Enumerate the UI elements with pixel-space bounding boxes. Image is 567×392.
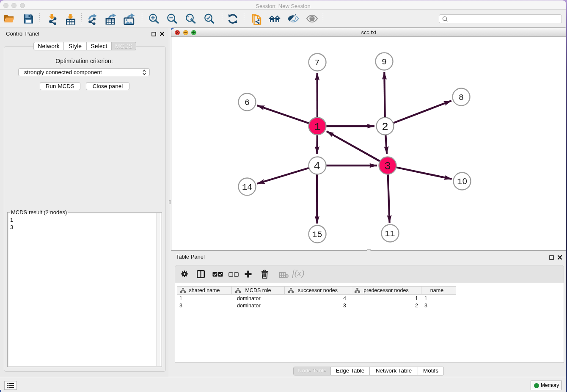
svg-text:10: 10 xyxy=(457,177,467,187)
svg-text:15: 15 xyxy=(312,230,322,240)
svg-text:9: 9 xyxy=(382,57,387,67)
svg-text:3: 3 xyxy=(384,160,391,173)
svg-text:14: 14 xyxy=(242,182,252,192)
svg-text:1: 1 xyxy=(314,121,321,133)
svg-text:7: 7 xyxy=(314,58,319,68)
svg-text:6: 6 xyxy=(245,98,250,108)
svg-text:8: 8 xyxy=(459,93,464,102)
svg-text:11: 11 xyxy=(385,229,395,239)
svg-text:4: 4 xyxy=(314,160,320,173)
svg-text:2: 2 xyxy=(382,121,388,133)
